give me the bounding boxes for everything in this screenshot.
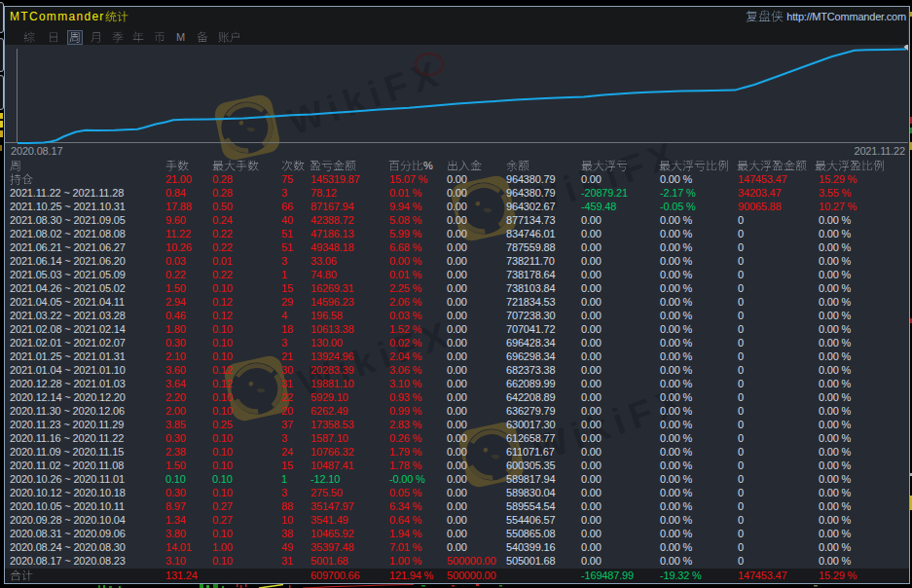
svg-text:WikiFX: WikiFX [283,52,449,143]
